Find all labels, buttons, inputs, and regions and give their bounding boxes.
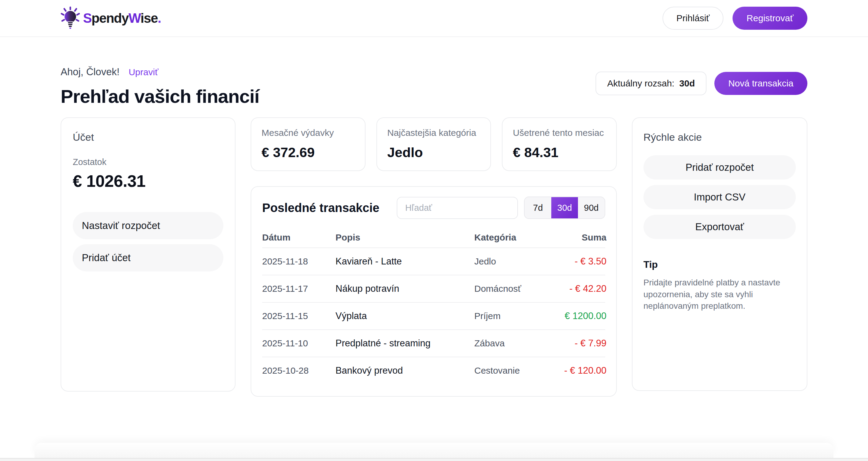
transaction-description: Predplatné - streaming xyxy=(336,338,474,349)
edit-profile-link[interactable]: Upraviť xyxy=(128,67,158,77)
transaction-category: Cestovanie xyxy=(474,366,563,376)
transactions-card: Posledné transakcie 7d 30d 90d Dátum Pop… xyxy=(251,186,617,397)
transaction-amount: - € 7.99 xyxy=(563,338,607,349)
page-title: Prehľad vašich financií xyxy=(61,86,259,107)
transaction-amount: - € 120.00 xyxy=(563,365,607,376)
add-budget-button[interactable]: Pridať rozpočet xyxy=(644,155,796,179)
register-button[interactable]: Registrovať xyxy=(733,7,807,30)
stats-row: Mesačné výdavky € 372.69 Najčastejšia ka… xyxy=(251,117,617,171)
footer-divider xyxy=(0,458,868,461)
top-navigation: SpendyWise. Prihlásiť Registrovať xyxy=(0,0,868,37)
account-card: Účet Zostatok € 1026.31 Nastaviť rozpoče… xyxy=(61,117,236,392)
balance-value: € 1026.31 xyxy=(73,171,223,191)
transaction-date: 2025-11-17 xyxy=(262,284,336,294)
transaction-amount: - € 42.20 xyxy=(563,283,607,294)
quick-actions-title: Rýchle akcie xyxy=(644,131,796,143)
login-button[interactable]: Prihlásiť xyxy=(662,7,724,30)
transaction-category: Jedlo xyxy=(474,256,563,267)
tip-title: Tip xyxy=(644,259,796,270)
column-header-date: Dátum xyxy=(262,232,336,242)
table-row: 2025-11-17 Nákup potravín Domácnosť - € … xyxy=(262,275,605,302)
range-90d-button[interactable]: 90d xyxy=(578,197,604,219)
search-input[interactable] xyxy=(397,197,518,219)
page-head: Ahoj, Človek! Upraviť Prehľad vašich fin… xyxy=(61,66,807,107)
stat-value: Jedlo xyxy=(387,145,480,161)
new-transaction-button[interactable]: Nová transakcia xyxy=(714,72,807,95)
column-header-amount: Suma xyxy=(563,232,607,242)
import-csv-button[interactable]: Import CSV xyxy=(644,185,796,209)
range-value: 30d xyxy=(679,78,695,89)
table-row: 2025-11-15 Výplata Príjem € 1200.00 xyxy=(262,302,605,329)
range-7d-button[interactable]: 7d xyxy=(525,197,551,219)
lightbulb-icon xyxy=(61,6,80,30)
table-row: 2025-10-28 Bankový prevod Cestovanie - €… xyxy=(262,357,605,384)
current-range-chip: Aktuálny rozsah: 30d xyxy=(595,71,706,95)
transaction-date: 2025-11-18 xyxy=(262,256,336,267)
range-label: Aktuálny rozsah: xyxy=(607,78,674,89)
transaction-date: 2025-10-28 xyxy=(262,366,336,376)
transaction-description: Nákup potravín xyxy=(336,283,474,294)
range-segmented-control: 7d 30d 90d xyxy=(524,197,605,219)
quick-actions-card: Rýchle akcie Pridať rozpočet Import CSV … xyxy=(632,117,807,391)
footer-bar xyxy=(35,443,833,458)
transaction-description: Bankový prevod xyxy=(336,365,474,376)
stat-label: Mesačné výdavky xyxy=(261,128,354,138)
stat-label: Ušetrené tento mesiac xyxy=(513,128,606,138)
nav-actions: Prihlásiť Registrovať xyxy=(662,7,807,30)
middle-column: Mesačné výdavky € 372.69 Najčastejšia ka… xyxy=(251,117,617,397)
transaction-description: Kaviareň - Latte xyxy=(336,256,474,267)
transaction-amount: - € 3.50 xyxy=(563,256,607,267)
transaction-category: Zábava xyxy=(474,338,563,348)
transactions-title: Posledné transakcie xyxy=(262,201,397,215)
stat-value: € 84.31 xyxy=(513,145,606,161)
add-account-button[interactable]: Pridať účet xyxy=(73,244,223,271)
table-row: 2025-11-10 Predplatné - streaming Zábava… xyxy=(262,329,605,357)
transaction-date: 2025-11-15 xyxy=(262,311,336,321)
table-header-row: Dátum Popis Kategória Suma xyxy=(262,232,605,248)
transaction-date: 2025-11-10 xyxy=(262,338,336,348)
set-budget-button[interactable]: Nastaviť rozpočet xyxy=(73,212,223,239)
balance-label: Zostatok xyxy=(73,157,223,167)
transaction-description: Výplata xyxy=(336,311,474,321)
stat-value: € 372.69 xyxy=(261,145,354,161)
transaction-amount: € 1200.00 xyxy=(563,311,607,321)
range-30d-button[interactable]: 30d xyxy=(551,197,578,219)
transaction-category: Príjem xyxy=(474,311,563,321)
table-row: 2025-11-18 Kaviareň - Latte Jedlo - € 3.… xyxy=(262,248,605,275)
brand-logo[interactable]: SpendyWise. xyxy=(61,6,161,30)
stat-card-monthly-expenses: Mesačné výdavky € 372.69 xyxy=(251,117,366,171)
tip-text: Pridajte pravidelné platby a nastavte up… xyxy=(644,277,796,312)
transactions-table: Dátum Popis Kategória Suma 2025-11-18 Ka… xyxy=(262,232,605,384)
stat-card-saved-this-month: Ušetrené tento mesiac € 84.31 xyxy=(502,117,617,171)
account-card-title: Účet xyxy=(73,131,223,143)
column-header-category: Kategória xyxy=(474,232,563,242)
column-header-description: Popis xyxy=(336,232,474,242)
brand-wordmark: SpendyWise. xyxy=(83,10,161,26)
stat-card-top-category: Najčastejšia kategória Jedlo xyxy=(376,117,491,171)
greeting-text: Ahoj, Človek! xyxy=(61,66,119,78)
stat-label: Najčastejšia kategória xyxy=(387,128,480,138)
transaction-category: Domácnosť xyxy=(474,284,563,294)
export-button[interactable]: Exportovať xyxy=(644,215,796,239)
